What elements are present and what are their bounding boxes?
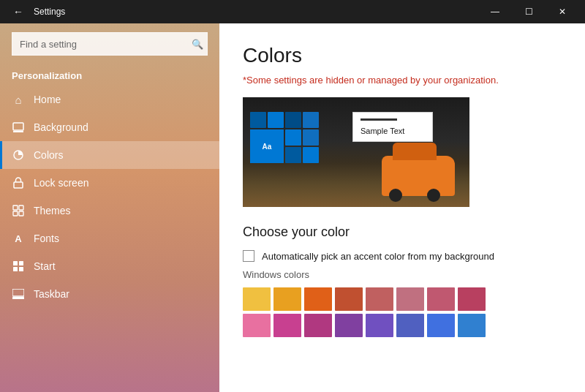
preview-tiles: Aa xyxy=(250,112,319,165)
color-swatch-4[interactable] xyxy=(366,287,393,311)
sidebar-item-lockscreen[interactable]: Lock screen xyxy=(0,169,219,197)
sidebar: 🔍 Personalization ⌂ Home Background xyxy=(0,23,219,392)
color-swatch-0[interactable] xyxy=(243,287,271,311)
background-icon xyxy=(12,121,25,134)
close-button[interactable]: ✕ xyxy=(546,0,579,23)
svg-rect-10 xyxy=(13,267,18,271)
org-warning: *Some settings are hidden or managed by … xyxy=(243,75,562,86)
title-bar-left: ← Settings xyxy=(9,3,65,20)
colors-icon xyxy=(12,148,25,162)
search-input[interactable] xyxy=(12,32,208,56)
search-icon-button[interactable]: 🔍 xyxy=(192,39,203,50)
color-swatch-6[interactable] xyxy=(427,287,455,311)
sidebar-item-home[interactable]: ⌂ Home xyxy=(0,86,219,113)
sidebar-nav: ⌂ Home Background xyxy=(0,86,219,392)
sidebar-item-lockscreen-label: Lock screen xyxy=(34,177,88,189)
preview-sample-text: Sample Text xyxy=(361,127,425,135)
preview-sample-box: Sample Text xyxy=(352,112,433,142)
svg-rect-12 xyxy=(12,289,24,296)
preview-sample-bar xyxy=(361,118,397,121)
sidebar-item-themes[interactable]: Themes xyxy=(0,197,219,225)
main-panel: Colors *Some settings are hidden or mana… xyxy=(219,23,585,392)
taskbar-icon xyxy=(12,287,25,301)
svg-rect-8 xyxy=(13,261,18,265)
sidebar-item-background[interactable]: Background xyxy=(0,113,219,141)
fonts-icon: A xyxy=(12,232,25,245)
color-grid-row2 xyxy=(243,314,562,337)
maximize-button[interactable]: ☐ xyxy=(512,0,546,23)
sidebar-section-title: Personalization xyxy=(0,64,219,86)
sidebar-item-background-label: Background xyxy=(34,121,88,133)
svg-rect-6 xyxy=(13,211,18,216)
svg-rect-0 xyxy=(13,123,23,130)
svg-rect-4 xyxy=(13,206,18,210)
sidebar-item-start[interactable]: Start xyxy=(0,252,219,280)
tile-aa: Aa xyxy=(250,129,284,163)
choose-color-title: Choose your color xyxy=(243,225,562,240)
color-swatch-1[interactable] xyxy=(273,287,301,311)
svg-rect-9 xyxy=(19,261,23,265)
svg-rect-11 xyxy=(19,267,23,271)
auto-accent-label: Automatically pick an accent color from … xyxy=(262,251,494,262)
sidebar-item-themes-label: Themes xyxy=(34,205,71,216)
color-swatch-14[interactable] xyxy=(427,314,455,337)
title-bar: ← Settings — ☐ ✕ xyxy=(0,0,585,23)
color-swatch-13[interactable] xyxy=(396,314,424,337)
lockscreen-icon xyxy=(12,176,25,189)
back-icon: ← xyxy=(13,6,23,18)
color-swatch-9[interactable] xyxy=(273,314,301,337)
color-swatch-8[interactable] xyxy=(243,314,271,337)
color-swatch-15[interactable] xyxy=(458,314,486,337)
search-container: 🔍 xyxy=(12,32,208,56)
svg-rect-7 xyxy=(19,211,23,216)
color-swatch-11[interactable] xyxy=(335,314,363,337)
color-swatch-10[interactable] xyxy=(304,314,332,337)
sidebar-item-fonts-label: Fonts xyxy=(34,233,59,244)
color-swatch-3[interactable] xyxy=(335,287,363,311)
auto-accent-row: Automatically pick an accent color from … xyxy=(243,250,562,262)
svg-rect-5 xyxy=(19,206,23,210)
color-swatch-7[interactable] xyxy=(458,287,486,311)
sidebar-item-fonts[interactable]: A Fonts xyxy=(0,225,219,252)
color-swatch-12[interactable] xyxy=(366,314,393,337)
start-icon xyxy=(12,260,25,273)
sidebar-item-colors-label: Colors xyxy=(34,149,63,161)
back-button[interactable]: ← xyxy=(9,3,28,20)
sidebar-item-colors[interactable]: Colors xyxy=(0,141,219,169)
page-title: Colors xyxy=(243,44,562,67)
sidebar-item-start-label: Start xyxy=(34,260,56,272)
window-controls: — ☐ ✕ xyxy=(478,0,579,23)
color-swatch-2[interactable] xyxy=(304,287,332,311)
sidebar-item-home-label: Home xyxy=(34,94,61,105)
home-icon: ⌂ xyxy=(12,93,25,106)
sidebar-item-taskbar[interactable]: Taskbar xyxy=(0,280,219,308)
preview-car xyxy=(382,156,455,196)
sidebar-item-taskbar-label: Taskbar xyxy=(34,288,69,300)
svg-rect-1 xyxy=(13,131,23,132)
auto-accent-checkbox[interactable] xyxy=(243,250,254,262)
windows-colors-label: Windows colors xyxy=(243,269,562,280)
themes-icon xyxy=(12,204,25,217)
color-grid xyxy=(243,287,562,311)
app-title: Settings xyxy=(34,7,65,17)
app-body: 🔍 Personalization ⌂ Home Background xyxy=(0,23,585,392)
svg-rect-13 xyxy=(12,297,24,299)
preview-container: Aa Sample Text xyxy=(243,97,469,207)
color-swatch-5[interactable] xyxy=(396,287,424,311)
minimize-button[interactable]: — xyxy=(478,0,512,23)
search-icon: 🔍 xyxy=(192,39,203,50)
svg-rect-3 xyxy=(14,182,23,188)
